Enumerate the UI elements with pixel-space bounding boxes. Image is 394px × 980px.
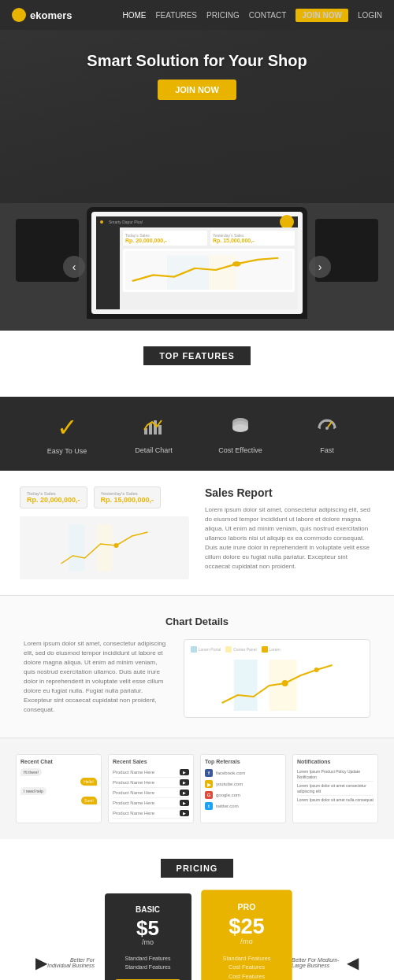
screen-header: Smarty Dapur Plus! [96,216,298,227]
screen-body: Today's Sales Rp. 20,000,000,- Yesterday… [96,227,298,309]
checkmark-icon: ✓ [24,412,110,442]
pricing-grid: ▶ Better For Individual Business BASIC $… [24,893,370,980]
svg-point-21 [114,543,119,548]
recent-chat-widget: Recent Chat Hi there! Hello! I need help… [16,754,102,823]
features-dark-section: ✓ Easy To Use Detail Chart [0,397,394,471]
screen-inner: Smarty Dapur Plus! Today's Sales Rp. 20,… [96,216,298,309]
login-button[interactable]: LOGIN [358,11,382,20]
pricing-arrow-right: ◀ [347,953,359,972]
notifications-widget: Notifications Lorem Ipsum Product Policy… [292,754,378,823]
google-icon: G [205,791,213,799]
chart-details-visual: Lorem Portal Center Panel Lorem [184,639,370,718]
svg-rect-6 [154,420,157,435]
sales-stats-visual: Today's Sales Rp. 20,000,000,- Yesterday… [20,486,189,579]
svg-rect-19 [69,524,85,571]
sales-report-text: Sales Report Lorem ipsum dolor sit amet,… [205,486,374,571]
svg-rect-20 [97,524,113,571]
hero-cta-button[interactable]: JOIN NOW [158,80,236,100]
sales-item-2: Product Name Here ▶ [113,778,189,788]
nav-pricing[interactable]: PRICING [206,11,240,20]
pro-feature-2: Cost Features [210,963,281,972]
feature-cost-effective: Cost Effective [197,414,284,454]
svg-rect-2 [209,255,236,290]
dashboard-grid: Recent Chat Hi there! Hello! I need help… [16,754,378,823]
nav-home[interactable]: HOME [122,11,146,20]
speedometer-icon [284,414,370,442]
yesterday-sales-box: Yesterday's Sales Rp. 15,000,000,- [94,486,162,508]
hero-content: Smart Solution for Your Shop JOIN NOW [87,52,307,112]
screen-app-name: Smarty Dapur Plus! [109,220,143,224]
chat-messages: Hi there! Hello! I need help Sure! [20,767,97,805]
recent-sales-title: Recent Sales [113,759,189,764]
hero-title: Smart Solution for Your Shop [87,52,307,70]
chat-msg-3: I need help [20,787,46,795]
svg-rect-23 [233,660,257,711]
ref-facebook: f facebook.com [205,767,281,778]
basic-plan-card: BASIC $5 /mo Standard Features Standard … [105,893,191,980]
feature-easy-label: Easy To Use [24,447,110,455]
top-referrals-widget: Top Referrals f facebook.com ▶ youtube.c… [200,754,286,823]
legend-1: Lorem Portal [191,646,221,653]
svg-point-25 [281,680,288,686]
laptop-screen: Smarty Dapur Plus! Today's Sales Rp. 20,… [91,212,303,314]
sales-item-3: Product Name Here ▶ [113,788,189,798]
sales-report-row: Today's Sales Rp. 20,000,000,- Yesterday… [20,486,374,579]
today-sales-box: Today's Sales Rp. 20,000,000,- [20,486,87,508]
recent-chat-title: Recent Chat [20,759,97,764]
svg-point-3 [232,261,241,267]
nav-contact[interactable]: CONTACT [249,11,287,20]
laptop-mockup-section: ‹ Smarty Dapur Plus! Today's Sales Rp. 2… [0,203,394,331]
carousel-next-button[interactable]: › [309,256,331,278]
recent-sales-widget: Recent Sales Product Name Here ▶ Product… [108,754,194,823]
chart-details-text: Lorem ipsum dolor sit amet, consectetur … [24,639,168,715]
svg-rect-1 [167,255,209,290]
carousel-prev-button[interactable]: ‹ [63,256,85,278]
chart-details-section: Chart Details Lorem ipsum dolor sit amet… [0,596,394,738]
features-title-bar: TOP FEATURES [0,346,394,365]
logo-icon [12,8,26,22]
pricing-title-bar: PRICING [24,859,370,878]
screen-stat-yesterday: Yesterday's Sales Rp. 15,000,000,- [210,231,295,246]
features-title-section: TOP FEATURES [0,331,394,397]
basic-plan-period: /mo [114,938,182,946]
nav-logo: ekomers [12,8,72,22]
yesterday-value: Rp. 15,000,000,- [101,496,154,504]
feature-fast: Fast [284,414,370,454]
hero-section: Smart Solution for Your Shop JOIN NOW [0,30,394,203]
logo-text: ekomers [30,9,72,21]
sales-report-title: Sales Report [205,486,374,499]
screen-dot [100,220,103,224]
feature-detail-chart: Detail Chart [110,414,197,454]
sales-item-4: Product Name Here ▶ [113,798,189,808]
screen-main: Today's Sales Rp. 20,000,000,- Yesterday… [120,227,298,309]
svg-point-26 [314,668,318,672]
nav-features[interactable]: FEATURES [155,11,197,20]
screen-stat-today: Today's Sales Rp. 20,000,000,- [123,231,207,246]
notif-2: Lorem Ipsum dolor sit amet consectetur a… [297,782,374,796]
basic-feature-2: Standard Features [114,963,182,971]
screen-sidebar [96,227,120,309]
notifications-title: Notifications [297,759,374,764]
sales-chart-preview [20,516,189,579]
feature-fast-label: Fast [284,446,370,454]
chart-details-row: Lorem ipsum dolor sit amet, consectetur … [24,639,370,718]
sales-item-1: Product Name Here ▶ [113,767,189,778]
chat-msg-1: Hi there! [20,768,42,776]
pricing-label-right: Better For Medium-Large Business [292,957,347,968]
feature-easy-to-use: ✓ Easy To Use [24,412,110,455]
chart-details-title: Chart Details [24,616,370,627]
pro-feature-1: Standard Features [210,953,281,963]
chat-msg-4: Sure! [81,797,97,804]
navbar: ekomers HOME FEATURES PRICING CONTACT JO… [0,0,394,30]
notif-1: Lorem Ipsum Product Policy Update Notifi… [297,767,374,782]
legend-3: Lorem [262,646,281,653]
svg-point-12 [232,424,248,432]
svg-point-14 [325,427,329,430]
dashboard-section: Recent Chat Hi there! Hello! I need help… [0,738,394,839]
feature-chart-label: Detail Chart [110,446,197,454]
ref-twitter: t twitter.com [205,801,281,812]
join-now-button[interactable]: JOIN NOW [296,9,348,22]
mini-stat-row: Today's Sales Rp. 20,000,000,- Yesterday… [20,486,189,508]
sales-report-description: Lorem ipsum dolor sit amet, consectetur … [205,505,374,571]
legend-2: Center Panel [225,646,256,653]
